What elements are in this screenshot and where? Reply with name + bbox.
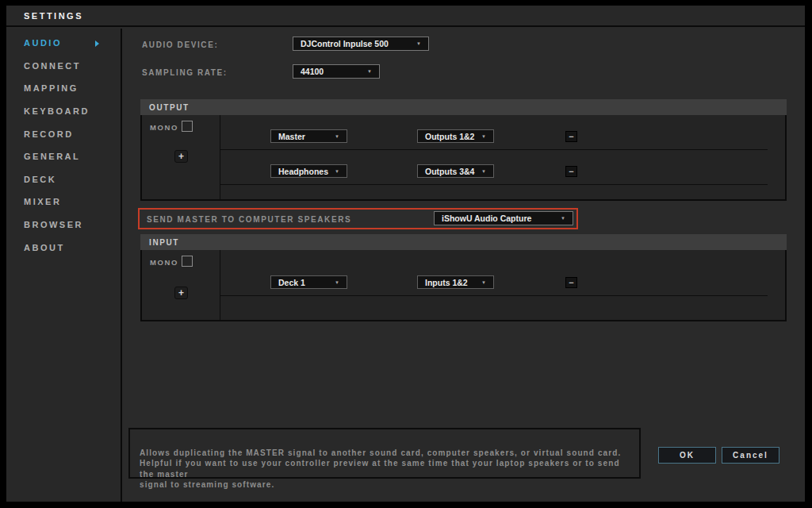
sidebar-item-general[interactable]: GENERAL [6,145,121,168]
sidebar-item-label: KEYBOARD [24,106,90,116]
input-channel-value: Inputs 1&2 [425,278,468,287]
info-box: Allows duplicating the MASTER signal to … [128,428,641,479]
minus-icon: − [569,167,573,176]
sidebar-item-record[interactable]: RECORD [6,122,121,145]
send-master-value: iShowU Audio Capture [442,214,531,223]
ok-button[interactable]: OK [658,447,716,464]
sidebar-item-connect[interactable]: CONNECT [6,55,121,78]
sidebar-item-audio[interactable]: AUDIO [6,32,121,55]
sidebar-item-label: MAPPING [24,83,79,93]
output-channel-select[interactable]: Outputs 3&4 ▼ [417,164,494,178]
cancel-button[interactable]: Cancel [722,447,779,464]
output-mono-checkbox[interactable] [182,121,193,132]
output-source-select[interactable]: Master ▼ [270,129,347,143]
chevron-down-icon: ▼ [481,134,486,139]
minus-icon: − [569,278,573,287]
input-row: Deck 1 ▼ Inputs 1&2 ▼ − [220,250,768,296]
chevron-down-icon: ▼ [561,216,565,221]
output-rows: Master ▼ Outputs 1&2 ▼ − [220,115,785,199]
output-channel-value: Outputs 1&2 [425,132,474,141]
input-source-select[interactable]: Deck 1 ▼ [270,275,347,289]
input-section-body: MONO + Deck 1 ▼ Inp [140,250,787,321]
input-mono-label: MONO [150,258,178,267]
output-section-body: MONO + Master ▼ Out [140,115,787,201]
minus-icon: − [569,132,573,141]
input-section-header: INPUT [140,234,787,250]
send-master-row: SEND MASTER TO COMPUTER SPEAKERS iShowU … [138,208,578,229]
output-left-column: MONO + [142,115,220,199]
input-remove-button[interactable]: − [565,277,577,288]
chevron-down-icon: ▼ [335,280,339,285]
output-section-header: OUTPUT [140,99,787,115]
audio-device-value: DJControl Inpulse 500 [301,39,389,48]
output-remove-button[interactable]: − [565,131,577,142]
sidebar-item-label: GENERAL [24,152,80,161]
settings-window: SETTINGS AUDIO CONNECT MAPPING KEYBOARD … [6,6,805,502]
output-source-select[interactable]: Headphones ▼ [270,164,347,178]
input-mono-checkbox[interactable] [182,256,193,267]
ok-button-label: OK [680,451,695,460]
sidebar-item-deck[interactable]: DECK [6,168,121,191]
output-channel-select[interactable]: Outputs 1&2 ▼ [417,129,494,143]
info-text: Allows duplicating the MASTER signal to … [140,448,621,490]
sidebar-item-label: DECK [24,175,56,184]
audio-device-label: AUDIO DEVICE: [142,40,218,49]
output-remove-button[interactable]: − [565,166,577,177]
output-channel-value: Outputs 3&4 [425,167,474,176]
page-title: SETTINGS [24,11,83,21]
output-row: Master ▼ Outputs 1&2 ▼ − [220,115,768,150]
sidebar-item-label: BROWSER [24,220,83,229]
input-section-title: INPUT [149,238,179,247]
plus-icon: + [178,287,184,298]
send-master-label: SEND MASTER TO COMPUTER SPEAKERS [147,215,351,224]
sidebar-item-keyboard[interactable]: KEYBOARD [6,100,121,123]
input-left-column: MONO + [142,250,220,320]
titlebar: SETTINGS [6,6,805,27]
input-rows: Deck 1 ▼ Inputs 1&2 ▼ − [220,250,785,320]
input-section: INPUT MONO + Deck 1 ▼ [140,234,787,321]
output-mono-label: MONO [150,123,178,132]
sidebar-item-mixer[interactable]: MIXER [6,190,121,214]
chevron-down-icon: ▼ [416,41,421,46]
output-section-title: OUTPUT [149,103,190,112]
send-master-select[interactable]: iShowU Audio Capture ▼ [434,211,573,225]
chevron-down-icon: ▼ [367,69,372,74]
sidebar-item-label: ABOUT [24,243,65,252]
chevron-down-icon: ▼ [481,280,486,285]
input-source-value: Deck 1 [278,278,305,287]
cancel-button-label: Cancel [733,451,768,460]
sidebar-item-browser[interactable]: BROWSER [6,214,121,237]
output-row: Headphones ▼ Outputs 3&4 ▼ − [220,150,768,185]
sidebar-item-label: AUDIO [24,38,62,48]
sidebar-item-label: CONNECT [24,61,81,71]
chevron-down-icon: ▼ [335,169,339,174]
sampling-rate-label: SAMPLING RATE: [142,68,228,77]
audio-settings-panel: AUDIO DEVICE: DJControl Inpulse 500 ▼ SA… [122,29,805,502]
sampling-rate-value: 44100 [301,67,324,76]
sidebar-item-label: RECORD [24,129,74,139]
chevron-down-icon: ▼ [335,134,339,139]
chevron-down-icon: ▼ [481,169,486,174]
plus-icon: + [178,151,184,162]
sidebar: AUDIO CONNECT MAPPING KEYBOARD RECORD GE… [6,29,122,502]
chevron-right-icon [95,40,99,47]
sidebar-item-label: MIXER [24,197,61,206]
output-add-button[interactable]: + [174,150,188,163]
audio-device-select[interactable]: DJControl Inpulse 500 ▼ [293,37,429,51]
sampling-rate-select[interactable]: 44100 ▼ [293,64,380,79]
output-source-value: Master [278,132,305,141]
sidebar-item-about[interactable]: ABOUT [6,236,121,259]
output-source-value: Headphones [278,167,328,176]
input-channel-select[interactable]: Inputs 1&2 ▼ [417,275,494,289]
output-section: OUTPUT MONO + Master ▼ [140,99,787,201]
sidebar-item-mapping[interactable]: MAPPING [6,77,121,100]
input-add-button[interactable]: + [174,287,188,299]
